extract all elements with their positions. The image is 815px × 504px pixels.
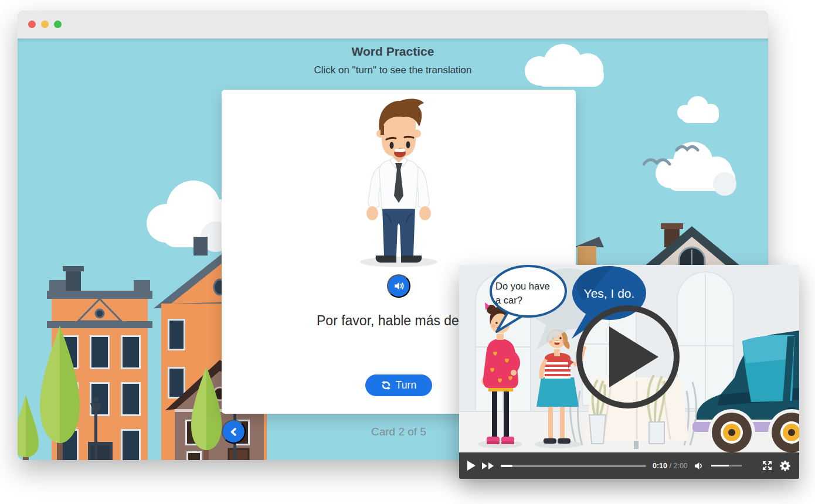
play-button[interactable] xyxy=(467,461,476,471)
volume-button[interactable] xyxy=(694,462,705,470)
volume-slider[interactable] xyxy=(711,465,742,466)
prev-card-button[interactable] xyxy=(222,420,246,444)
fullscreen-icon xyxy=(762,460,773,471)
window-titlebar xyxy=(18,11,768,39)
time-display: 0:10 / 2:00 xyxy=(653,462,688,470)
volume-icon xyxy=(694,462,705,470)
gear-icon xyxy=(779,460,791,472)
volume-level xyxy=(711,465,729,466)
screenshot-stage: Word Practice Click on "turn" to see the… xyxy=(0,0,815,504)
play-icon xyxy=(467,461,476,471)
page-title: Word Practice xyxy=(18,45,768,59)
big-play-button[interactable] xyxy=(576,305,680,408)
bubble-question-line2: a car? xyxy=(495,295,522,305)
house-far xyxy=(573,237,604,266)
cloud xyxy=(677,96,719,123)
traffic-light-close[interactable] xyxy=(28,21,36,28)
turn-button[interactable]: Turn xyxy=(365,374,432,396)
man-illustration xyxy=(349,96,449,267)
traffic-light-zoom[interactable] xyxy=(54,21,62,28)
fast-forward-icon xyxy=(482,462,494,469)
bubble-answer-text: Yes, I do. xyxy=(584,287,635,300)
fullscreen-button[interactable] xyxy=(762,460,773,471)
play-icon xyxy=(609,326,658,387)
current-time: 0:10 xyxy=(653,462,667,470)
bubble-question-line1: Do you have xyxy=(495,281,550,291)
fast-forward-button[interactable] xyxy=(482,462,494,469)
speaker-button[interactable] xyxy=(387,274,410,298)
traffic-light-minimize[interactable] xyxy=(41,21,49,28)
progress-played xyxy=(501,465,512,467)
duration: 2:00 xyxy=(673,462,687,470)
video-controls: 0:10 / 2:00 xyxy=(459,452,799,479)
video-player: Do you have a car? Yes, I do. xyxy=(459,265,799,479)
chevron-left-icon xyxy=(229,427,239,437)
turn-button-label: Turn xyxy=(396,379,416,391)
page-subtitle: Click on "turn" to see the translation xyxy=(18,64,768,76)
speaker-audio-icon xyxy=(393,280,405,292)
settings-button[interactable] xyxy=(779,460,791,472)
refresh-icon xyxy=(381,380,391,390)
tree xyxy=(18,395,39,460)
time-separator: / xyxy=(670,462,671,470)
progress-bar[interactable] xyxy=(501,465,646,467)
card-counter: Card 2 of 5 xyxy=(340,425,457,438)
